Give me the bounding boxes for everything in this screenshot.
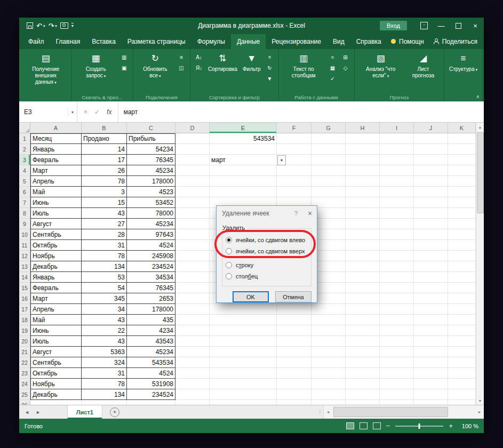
cell-E17[interactable] bbox=[210, 304, 277, 315]
consolidate-button[interactable]: ⊞ bbox=[340, 53, 351, 62]
cell-B20[interactable]: 43 bbox=[82, 336, 127, 347]
tab-данные[interactable]: Данные bbox=[231, 34, 266, 49]
cell-J9[interactable] bbox=[414, 219, 448, 229]
reapply-filter-button[interactable]: ↻ bbox=[265, 63, 275, 73]
cell-E22[interactable] bbox=[210, 357, 277, 368]
cell-J15[interactable] bbox=[414, 283, 448, 293]
cell-C12[interactable]: 245908 bbox=[127, 251, 175, 261]
add-sheet-button[interactable]: + bbox=[110, 407, 119, 417]
cell-H25[interactable] bbox=[346, 389, 380, 400]
cell-K19[interactable] bbox=[448, 325, 476, 336]
cell-A6[interactable]: Май bbox=[30, 187, 82, 197]
cell-J3[interactable] bbox=[414, 155, 448, 165]
radio-option-1[interactable]: ячейки, со сдвигом влево bbox=[226, 234, 308, 245]
cell-I6[interactable] bbox=[380, 187, 414, 197]
cell-C24[interactable]: 531908 bbox=[127, 379, 175, 389]
assistant-button[interactable]: Помощн bbox=[391, 38, 424, 45]
cell-J23[interactable] bbox=[414, 368, 448, 379]
row-header-22[interactable]: 22 bbox=[19, 357, 30, 368]
col-header-H[interactable]: H bbox=[346, 123, 380, 133]
cell-F17[interactable] bbox=[277, 304, 312, 315]
cell-D25[interactable] bbox=[175, 389, 210, 400]
cell-F4[interactable] bbox=[277, 165, 312, 176]
edit-links-button[interactable]: ◫ bbox=[176, 63, 187, 73]
cell-B4[interactable]: 26 bbox=[82, 165, 127, 176]
cell-G20[interactable] bbox=[312, 336, 346, 347]
cell-D21[interactable] bbox=[175, 347, 210, 357]
cell-D6[interactable] bbox=[175, 187, 210, 197]
cell-K12[interactable] bbox=[448, 251, 476, 261]
cell-I4[interactable] bbox=[380, 165, 414, 176]
cell-H13[interactable] bbox=[346, 261, 380, 272]
cell-C25[interactable]: 234524 bbox=[127, 389, 175, 400]
cell-C7[interactable]: 53452 bbox=[127, 197, 175, 208]
cell-J12[interactable] bbox=[414, 251, 448, 261]
cell-J16[interactable] bbox=[414, 293, 448, 304]
cell-F24[interactable] bbox=[277, 379, 312, 389]
advanced-filter-button[interactable]: ▼ bbox=[265, 74, 275, 83]
cell-G22[interactable] bbox=[312, 357, 346, 368]
cell-D3[interactable] bbox=[175, 155, 210, 165]
tab-вид[interactable]: Вид bbox=[327, 34, 350, 49]
cell-J26[interactable] bbox=[414, 400, 448, 405]
data-validation-button[interactable]: ✓ bbox=[328, 74, 338, 83]
cell-I25[interactable] bbox=[380, 389, 414, 400]
cell-H15[interactable] bbox=[346, 283, 380, 293]
cell-H26[interactable] bbox=[346, 400, 380, 405]
row-header-5[interactable]: 5 bbox=[19, 176, 30, 187]
col-header-E[interactable]: E bbox=[210, 123, 277, 133]
cell-A18[interactable]: Май bbox=[30, 315, 82, 325]
cell-J21[interactable] bbox=[414, 347, 448, 357]
cell-J25[interactable] bbox=[414, 389, 448, 400]
cell-E4[interactable] bbox=[210, 165, 277, 176]
maximize-button[interactable] bbox=[450, 18, 467, 34]
new-query-button[interactable]: ▦Создать запрос▾ bbox=[74, 51, 117, 81]
cell-I10[interactable] bbox=[380, 229, 414, 240]
cell-B24[interactable]: 78 bbox=[82, 379, 127, 389]
cell-I8[interactable] bbox=[380, 208, 414, 219]
cell-I26[interactable] bbox=[380, 400, 414, 405]
cell-A14[interactable]: Январь bbox=[30, 272, 82, 283]
cell-C15[interactable]: 76345 bbox=[127, 283, 175, 293]
cell-G24[interactable] bbox=[312, 379, 346, 389]
cell-H10[interactable] bbox=[346, 229, 380, 240]
cell-B1[interactable]: Продано bbox=[82, 133, 127, 144]
scroll-down-icon[interactable]: ▼ bbox=[476, 396, 484, 405]
tab-файл[interactable]: Файл bbox=[22, 34, 50, 49]
cell-C23[interactable]: 4524 bbox=[127, 368, 175, 379]
row-header-15[interactable]: 15 bbox=[19, 283, 30, 293]
qat-customize-button[interactable]: ▾ bbox=[71, 23, 74, 28]
cell-K17[interactable] bbox=[448, 304, 476, 315]
cell-I3[interactable] bbox=[380, 155, 414, 165]
cell-D4[interactable] bbox=[175, 165, 210, 176]
col-header-J[interactable]: J bbox=[414, 123, 448, 133]
cell-D10[interactable] bbox=[175, 229, 210, 240]
cell-H18[interactable] bbox=[346, 315, 380, 325]
cell-B12[interactable]: 78 bbox=[82, 251, 127, 261]
cell-H2[interactable] bbox=[346, 144, 380, 155]
collapse-ribbon-icon[interactable]: ∧ bbox=[476, 94, 480, 99]
row-header-24[interactable]: 24 bbox=[19, 379, 30, 389]
cell-J2[interactable] bbox=[414, 144, 448, 155]
row-header-12[interactable]: 12 bbox=[19, 251, 30, 261]
zoom-level[interactable]: 100 % bbox=[458, 423, 478, 429]
cell-A25[interactable]: Декабрь bbox=[30, 389, 82, 400]
minimize-button[interactable]: — bbox=[433, 18, 450, 34]
col-header-G[interactable]: G bbox=[312, 123, 346, 133]
chevron-down-icon[interactable]: ▾ bbox=[68, 108, 75, 117]
cell-A20[interactable]: Июль bbox=[30, 336, 82, 347]
cell-J19[interactable] bbox=[414, 325, 448, 336]
insert-function-button[interactable]: fx bbox=[107, 108, 111, 116]
cell-C3[interactable]: 76345 bbox=[127, 155, 175, 165]
cell-C1[interactable]: Прибыль bbox=[127, 133, 175, 144]
forecast-sheet-button[interactable]: ◢Лист прогноза bbox=[405, 51, 442, 81]
cell-I17[interactable] bbox=[380, 304, 414, 315]
cell-I2[interactable] bbox=[380, 144, 414, 155]
connections-button[interactable]: ≡ bbox=[176, 53, 187, 62]
cell-K6[interactable] bbox=[448, 187, 476, 197]
cell-C13[interactable]: 234524 bbox=[127, 261, 175, 272]
cell-E3[interactable]: март bbox=[210, 155, 277, 165]
view-normal-button[interactable] bbox=[346, 422, 354, 429]
cell-B11[interactable]: 31 bbox=[82, 240, 127, 251]
tab-split-handle[interactable]: ⁞ bbox=[316, 405, 323, 419]
